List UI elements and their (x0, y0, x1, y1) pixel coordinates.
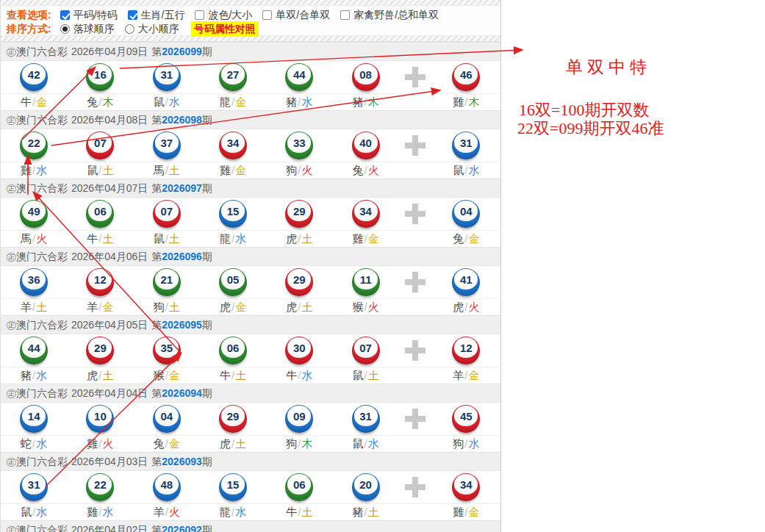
plus-icon (405, 340, 425, 361)
view-option-item[interactable]: 波色/大小 (195, 8, 252, 22)
element-char: 金 (235, 301, 246, 313)
radio-icon[interactable] (125, 24, 134, 34)
lottery-ball: 44 (285, 63, 313, 91)
issue-suffix: 期 (202, 524, 212, 532)
view-options-caption: 查看选项: (7, 8, 51, 22)
zodiac-char: 兔 (87, 96, 98, 108)
lottery-ball: 22 (86, 473, 114, 501)
element-char: 木 (468, 96, 479, 108)
draw-date: 2026年04月02日 (71, 524, 148, 532)
ball-number: 12 (86, 270, 114, 289)
element-char: 金 (103, 301, 114, 313)
draw-section: ㊣澳门六合彩2026年04月07日第2026097期49060715293404… (1, 179, 500, 247)
zodiac-element-label: 龍/水 (220, 506, 246, 520)
ball-number: 42 (20, 65, 48, 84)
lottery-name: ㊣澳门六合彩 (6, 46, 68, 57)
labels-row: 馬/火牛/土鼠/土龍/水虎/土雞/金兔/金 (1, 230, 500, 247)
lottery-ball: 11 (352, 268, 380, 296)
lottery-ball: 31 (352, 405, 380, 433)
ball-number: 07 (352, 339, 380, 357)
issue-number: 2026099 (162, 46, 202, 57)
view-option-item[interactable]: 平码/特码 (60, 8, 118, 22)
element-char: 金 (169, 369, 180, 381)
ball-number: 22 (86, 475, 114, 494)
sort-option-item[interactable]: 落球顺序 (60, 22, 115, 36)
lottery-ball: 49 (20, 200, 48, 228)
lottery-ball: 34 (219, 132, 247, 159)
checkbox-label: 家禽野兽/总和单双 (353, 8, 439, 22)
special-ball: 04 (452, 200, 480, 228)
special-ball: 31 (452, 132, 480, 159)
ball-number: 41 (452, 270, 480, 289)
draw-date: 2026年04月05日 (71, 319, 148, 331)
element-char: 水 (36, 437, 47, 450)
zodiac-char: 鼠 (87, 164, 98, 176)
lottery-ball: 30 (285, 337, 313, 364)
element-char: 火 (368, 164, 379, 176)
element-char: 土 (301, 506, 312, 518)
zodiac-element-label: 羊/金 (87, 301, 113, 314)
lottery-ball: 33 (285, 132, 313, 159)
checkbox-icon[interactable] (195, 10, 204, 20)
element-char: 水 (169, 96, 180, 108)
lottery-ball: 29 (285, 268, 313, 296)
zodiac-element-label: 龍/水 (220, 232, 246, 246)
ball-number: 31 (352, 407, 380, 425)
radio-group: 落球顺序大小顺序 (60, 22, 179, 36)
labels-row: 豬/水虎/土猴/金牛/土牛/水鼠/土羊/金 (1, 367, 500, 384)
issue-number: 2026094 (162, 387, 202, 399)
element-char: 土 (103, 164, 114, 176)
lottery-ball: 09 (285, 405, 313, 433)
checkbox-icon[interactable] (262, 10, 272, 20)
draw-date: 2026年04月03日 (71, 456, 148, 467)
zodiac-char: 虎 (87, 369, 98, 381)
element-char: 土 (235, 437, 246, 450)
element-char: 土 (103, 232, 114, 245)
sort-options-caption: 排序方式: (7, 22, 51, 36)
checkbox-icon[interactable] (60, 10, 70, 20)
zodiac-char: 羊 (453, 369, 464, 381)
issue-prefix: 第 (151, 319, 162, 331)
ball-number: 11 (352, 270, 380, 289)
zodiac-char: 豬 (353, 506, 364, 518)
ball-number: 20 (352, 475, 380, 494)
number-attribute-link[interactable]: 号码属性对照 (191, 21, 259, 37)
special-ball: 46 (452, 63, 480, 91)
element-char: 金 (468, 506, 479, 518)
sort-option-item[interactable]: 大小顺序 (125, 22, 179, 36)
element-char: 金 (368, 232, 379, 245)
checkbox-icon[interactable] (128, 10, 137, 20)
ball-number: 33 (285, 134, 313, 152)
zodiac-char: 雞 (453, 506, 464, 518)
view-option-item[interactable]: 家禽野兽/总和单双 (340, 8, 439, 22)
zodiac-element-label: 馬/土 (154, 164, 180, 178)
ball-number: 06 (219, 339, 247, 357)
special-ball: 12 (452, 337, 480, 364)
ball-number: 14 (20, 407, 48, 425)
view-option-item[interactable]: 单双/合单双 (262, 8, 330, 22)
element-char: 金 (36, 96, 47, 108)
zodiac-element-label: 雞/金 (353, 232, 379, 246)
zodiac-element-label: 狗/土 (154, 301, 180, 314)
lottery-name: ㊣澳门六合彩 (6, 251, 68, 262)
zodiac-char: 豬 (353, 96, 364, 108)
lottery-ball: 29 (86, 337, 114, 364)
ball-number: 08 (352, 65, 380, 84)
issue-suffix: 期 (202, 319, 212, 331)
element-char: 土 (103, 369, 114, 381)
lottery-ball: 10 (86, 405, 114, 433)
zodiac-char: 豬 (286, 96, 297, 108)
checkbox-icon[interactable] (340, 10, 350, 20)
draw-section: ㊣澳门六合彩2026年04月08日第2026098期22073734334031… (1, 110, 500, 179)
lottery-ball: 08 (352, 63, 380, 91)
radio-icon[interactable] (60, 24, 70, 34)
element-char: 水 (103, 506, 114, 518)
lottery-ball: 40 (352, 132, 380, 159)
lottery-ball: 36 (20, 268, 48, 296)
balls-row: 14100429093145 (1, 403, 500, 435)
ball-number: 44 (20, 339, 48, 357)
element-char: 水 (235, 232, 246, 245)
labels-row: 羊/土羊/金狗/土虎/金虎/土猴/火虎/火 (1, 298, 500, 315)
view-option-item[interactable]: 生肖/五行 (128, 8, 185, 22)
element-char: 土 (368, 369, 379, 381)
